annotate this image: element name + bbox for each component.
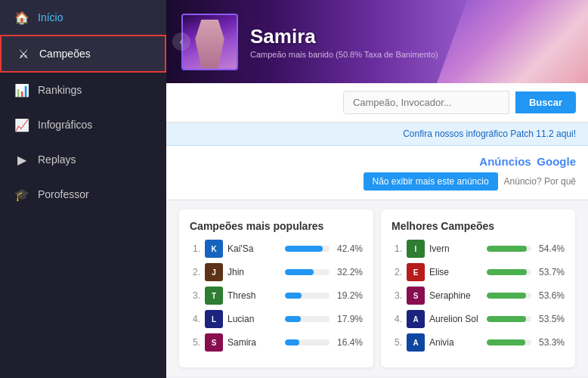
search-area: Buscar <box>166 83 588 122</box>
table-row: 4. L Lucian 17.9% <box>190 310 363 328</box>
sidebar-item-infograficos[interactable]: 📈 Infográficos <box>0 107 166 142</box>
home-icon: 🏠 <box>15 11 29 24</box>
winrate-bar-fill <box>487 246 527 252</box>
popularity-bar-track <box>285 316 330 322</box>
champion-name-label: Aurelion Sol <box>429 314 482 324</box>
champion-name-label: Ivern <box>429 243 482 254</box>
percentage-label: 53.3% <box>536 337 565 348</box>
rank-label: 2. <box>190 267 200 277</box>
chart-icon: 📈 <box>15 118 29 132</box>
best-champions-list: 1. I Ivern 54.4% 2. E Elise 53.7% 3. S S… <box>391 240 565 352</box>
table-row: 1. I Ivern 54.4% <box>391 240 565 258</box>
champion-name-label: Anivia <box>429 337 482 348</box>
winrate-bar-track <box>487 316 531 322</box>
sidebar-item-rankings[interactable]: 📊 Rankings <box>0 73 166 107</box>
search-input[interactable] <box>343 91 509 114</box>
winrate-bar-fill <box>487 293 526 299</box>
champion-name-label: Kai'Sa <box>227 243 280 254</box>
champion-name-label: Samira <box>227 337 280 348</box>
popularity-bar-track <box>285 269 330 275</box>
ad-brand: Google <box>537 155 576 168</box>
champion-icon: E <box>407 263 425 281</box>
percentage-label: 42.4% <box>334 243 363 254</box>
winrate-bar-track <box>487 246 531 252</box>
sidebar-label-rankings: Rankings <box>38 84 82 96</box>
sidebar-label-replays: Replays <box>38 153 76 166</box>
winrate-bar-fill <box>487 269 527 275</box>
champion-name-label: Seraphine <box>429 290 482 301</box>
sidebar-item-replays[interactable]: ▶ Replays <box>0 142 166 177</box>
table-row: 4. A Aurelion Sol 53.5% <box>391 310 565 328</box>
ad-area: Anúncios Google Não exibir mais este anú… <box>166 146 588 200</box>
sidebar-label-campeoes: Campeões <box>39 48 91 60</box>
sidebar-item-porofessor[interactable]: 🎓 Porofessor <box>0 177 166 212</box>
table-row: 2. J Jhin 32.2% <box>190 263 363 281</box>
popularity-bar-track <box>285 293 330 299</box>
why-ad-link[interactable]: Anúncio? Por quê <box>504 176 576 187</box>
champion-name-label: Elise <box>429 267 482 277</box>
table-row: 3. T Thresh 19.2% <box>190 287 363 305</box>
winrate-bar-track <box>487 269 531 275</box>
sidebar-item-inicio[interactable]: 🏠 Início <box>0 0 166 35</box>
best-champions-card: Melhores Campeões 1. I Ivern 54.4% 2. E … <box>381 209 575 367</box>
info-bar[interactable]: Confira nossos infográfico Patch 11.2 aq… <box>166 122 588 146</box>
table-row: 2. E Elise 53.7% <box>391 263 565 281</box>
percentage-label: 53.6% <box>536 290 565 301</box>
back-arrow[interactable]: ‹ <box>172 33 190 51</box>
ad-title-text: Anúncios <box>479 155 531 168</box>
champion-name-label: Lucian <box>227 314 280 324</box>
champion-icon: K <box>205 240 223 258</box>
champion-name: Samira <box>250 25 438 48</box>
rank-label: 1. <box>391 243 402 254</box>
percentage-label: 32.2% <box>334 267 363 277</box>
rank-label: 4. <box>190 314 200 324</box>
hero-info: Samira Campeão mais banido (50.8% Taxa d… <box>250 25 438 59</box>
rank-label: 4. <box>391 314 402 324</box>
champion-icon: T <box>205 287 223 305</box>
percentage-label: 17.9% <box>334 314 363 324</box>
rank-label: 1. <box>190 243 200 254</box>
main-content: ‹ Samira Campeão mais banido (50.8% Taxa… <box>166 0 588 378</box>
champion-name-label: Jhin <box>227 267 280 277</box>
winrate-bar-track <box>487 339 531 345</box>
popularity-bar-track <box>285 339 330 345</box>
champion-icon: S <box>407 287 425 305</box>
winrate-bar-fill <box>487 339 525 345</box>
table-row: 3. S Seraphine 53.6% <box>391 287 565 305</box>
ad-buttons: Não exibir mais este anúncio Anúncio? Po… <box>364 172 576 191</box>
champion-icon: J <box>205 263 223 281</box>
sidebar-label-inicio: Início <box>38 11 63 23</box>
rank-label: 5. <box>190 337 200 348</box>
percentage-label: 19.2% <box>334 290 363 301</box>
popular-champions-title: Campeões mais populares <box>190 220 363 232</box>
champion-name-label: Thresh <box>227 290 280 301</box>
sidebar: 🏠 Início ⚔ Campeões 📊 Rankings 📈 Infográ… <box>0 0 166 378</box>
hero-background <box>437 0 588 83</box>
champion-figure <box>189 20 231 69</box>
content-area: Campeões mais populares 1. K Kai'Sa 42.4… <box>166 200 588 376</box>
avatar-inner <box>183 15 237 69</box>
winrate-bar-track <box>487 293 531 299</box>
sidebar-label-porofessor: Porofessor <box>38 188 89 200</box>
sword-icon: ⚔ <box>17 47 30 60</box>
percentage-label: 53.7% <box>536 267 565 277</box>
percentage-label: 53.5% <box>536 314 565 324</box>
percentage-label: 16.4% <box>334 337 363 348</box>
table-row: 1. K Kai'Sa 42.4% <box>190 240 363 258</box>
rank-label: 3. <box>190 290 200 301</box>
popularity-bar-fill <box>285 339 299 345</box>
hide-ad-button[interactable]: Não exibir mais este anúncio <box>364 172 498 191</box>
rank-label: 5. <box>391 337 402 348</box>
play-icon: ▶ <box>15 153 29 166</box>
rank-label: 3. <box>391 290 402 301</box>
sidebar-item-campeoes[interactable]: ⚔ Campeões <box>0 35 166 73</box>
table-row: 5. A Anivia 53.3% <box>391 333 565 352</box>
winrate-bar-fill <box>487 316 526 322</box>
champion-subtitle: Campeão mais banido (50.8% Taxa de Banim… <box>250 50 438 59</box>
champion-icon: A <box>407 310 425 328</box>
popular-champions-card: Campeões mais populares 1. K Kai'Sa 42.4… <box>179 209 373 367</box>
search-button[interactable]: Buscar <box>515 91 576 113</box>
champion-icon: A <box>407 333 425 352</box>
best-champions-title: Melhores Campeões <box>391 220 565 232</box>
sidebar-label-infograficos: Infográficos <box>38 119 92 131</box>
